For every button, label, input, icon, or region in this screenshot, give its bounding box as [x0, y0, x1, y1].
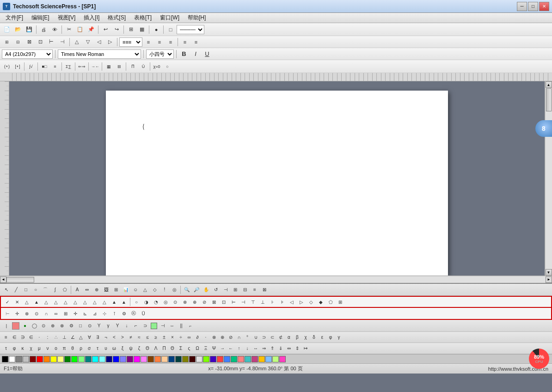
- msym-subseteq[interactable]: ⊂: [268, 333, 276, 342]
- msym-dot2[interactable]: :: [43, 333, 52, 342]
- color-green[interactable]: [71, 356, 78, 362]
- gr17[interactable]: ζ: [135, 344, 143, 353]
- new-btn[interactable]: 📄: [2, 24, 12, 35]
- special-btn3[interactable]: ∫√: [26, 61, 36, 72]
- redo-btn[interactable]: ↪: [111, 24, 122, 35]
- sym-tri-up11[interactable]: ▲: [119, 297, 129, 306]
- sym2-15[interactable]: Ū: [139, 309, 148, 318]
- msym-dot3[interactable]: ∴: [52, 333, 60, 342]
- nav-bubble[interactable]: 8: [535, 120, 552, 137]
- color-peach[interactable]: [161, 356, 168, 362]
- color-custom5[interactable]: [265, 356, 272, 362]
- justify-btn[interactable]: ≡: [180, 37, 190, 47]
- align-center-btn[interactable]: ≡: [154, 37, 165, 47]
- msym-oslash[interactable]: ⊘: [227, 333, 235, 342]
- paste-btn[interactable]: 📌: [86, 24, 96, 35]
- table-btn[interactable]: ▦: [137, 24, 147, 35]
- gr10[interactable]: ρ: [77, 344, 85, 353]
- gr21[interactable]: Θ: [168, 344, 177, 353]
- special-btn8[interactable]: →←: [90, 61, 100, 72]
- color-purple[interactable]: [127, 356, 133, 362]
- spec18[interactable]: ⊣: [158, 321, 167, 331]
- copy-btn[interactable]: 📋: [75, 24, 85, 35]
- special-btn1[interactable]: (∘): [2, 61, 12, 72]
- text-tool[interactable]: A: [73, 285, 82, 294]
- font-size-select[interactable]: 小四号: [146, 49, 174, 59]
- italic-button[interactable]: I: [190, 49, 201, 59]
- color-sky[interactable]: [224, 356, 230, 362]
- sym2-1[interactable]: ⊢: [3, 309, 12, 318]
- sym-a7[interactable]: ⊦: [268, 297, 277, 306]
- sym-circle[interactable]: ○: [132, 297, 141, 306]
- menu-edit[interactable]: 编辑[E]: [28, 13, 53, 23]
- sym-a4[interactable]: ⊣: [239, 297, 248, 306]
- gr5[interactable]: μ: [35, 344, 43, 353]
- spec11[interactable]: Υ: [94, 321, 104, 331]
- color-teal[interactable]: [175, 356, 182, 362]
- gr34[interactable]: ⇓: [276, 344, 285, 353]
- hscroll-right[interactable]: ►: [546, 276, 552, 283]
- minimize-button[interactable]: ─: [517, 2, 527, 11]
- sym-a9[interactable]: ◁: [287, 297, 296, 306]
- sym-circle2[interactable]: ◎: [161, 297, 170, 306]
- gr30[interactable]: ↓: [243, 344, 251, 353]
- color-yellow[interactable]: [50, 356, 57, 362]
- grid-btn[interactable]: ⊞: [126, 24, 136, 35]
- color-custom7[interactable]: [279, 356, 286, 362]
- spacing-btn[interactable]: ≡: [191, 37, 201, 47]
- sym2-7[interactable]: ⊞: [61, 309, 70, 318]
- msym-perp[interactable]: ⊥: [60, 333, 68, 342]
- sym-tri-up2[interactable]: ▲: [32, 297, 41, 306]
- gr8[interactable]: π: [60, 344, 68, 353]
- draw-poly-tool[interactable]: ⬠: [60, 285, 69, 294]
- msym-alpha[interactable]: α: [285, 333, 293, 342]
- pan-tool[interactable]: ✋: [202, 285, 211, 294]
- color-black[interactable]: [2, 356, 8, 362]
- color-custom3[interactable]: [251, 356, 258, 362]
- spec9[interactable]: □: [76, 321, 85, 331]
- hscroll-left[interactable]: ◄: [0, 276, 6, 283]
- gr4[interactable]: χ: [27, 344, 35, 353]
- open-btn[interactable]: 📂: [13, 24, 23, 35]
- gr24[interactable]: Ω: [193, 344, 202, 353]
- sym-a10[interactable]: ▷: [297, 297, 306, 306]
- sym2-10[interactable]: ⊿: [90, 309, 99, 318]
- color-pink[interactable]: [141, 356, 147, 362]
- draw-arc-tool[interactable]: ⌒: [41, 285, 50, 294]
- sym-half-circle[interactable]: ◑: [141, 297, 151, 306]
- sym-a3[interactable]: ⊢: [229, 297, 238, 306]
- spec15[interactable]: ⌐: [131, 321, 141, 331]
- msym-div[interactable]: ÷: [177, 333, 185, 342]
- sym2-4[interactable]: ⊙: [32, 309, 41, 318]
- draw-circle-tool[interactable]: ○: [31, 285, 40, 294]
- menu-insert[interactable]: 插入[I]: [80, 13, 103, 23]
- distribute-tool[interactable]: ⊠: [260, 285, 269, 294]
- sym-tri-up10[interactable]: ▲: [110, 297, 119, 306]
- gr15[interactable]: ξ: [118, 344, 127, 353]
- special-btn11[interactable]: Π̄: [128, 61, 138, 72]
- sym2-8[interactable]: ✛: [71, 309, 80, 318]
- special-btn9[interactable]: ▦: [104, 61, 114, 72]
- tb2-btn6[interactable]: ⊣: [57, 37, 67, 47]
- msym-tri[interactable]: △: [77, 333, 85, 342]
- color-darkcyan[interactable]: [85, 356, 92, 362]
- gr25[interactable]: Ξ: [202, 344, 210, 353]
- sym2-14[interactable]: Ⓚ: [129, 309, 138, 318]
- tb2-btn4[interactable]: ⊡: [35, 37, 45, 47]
- scroll-down-arrow[interactable]: ▼: [546, 269, 552, 276]
- color-darkgreen[interactable]: [64, 356, 71, 362]
- msym-dot1[interactable]: ·: [35, 333, 43, 342]
- color-custom6[interactable]: [272, 356, 279, 362]
- tb2-btn5[interactable]: ⊢: [46, 37, 56, 47]
- gr36[interactable]: ⇕: [293, 344, 301, 353]
- sym-tri-up7[interactable]: △: [80, 297, 90, 306]
- gr23[interactable]: ς: [185, 344, 193, 353]
- gr32[interactable]: ⇒: [260, 344, 268, 353]
- msym-geq[interactable]: ≥: [152, 333, 160, 342]
- sym-tri-up4[interactable]: △: [51, 297, 61, 306]
- cut-btn[interactable]: ✂: [64, 24, 74, 35]
- spec2[interactable]: [12, 322, 19, 330]
- group-tool[interactable]: ⊞: [231, 285, 240, 294]
- gr27[interactable]: →: [218, 344, 227, 353]
- msym-times[interactable]: ×: [168, 333, 177, 342]
